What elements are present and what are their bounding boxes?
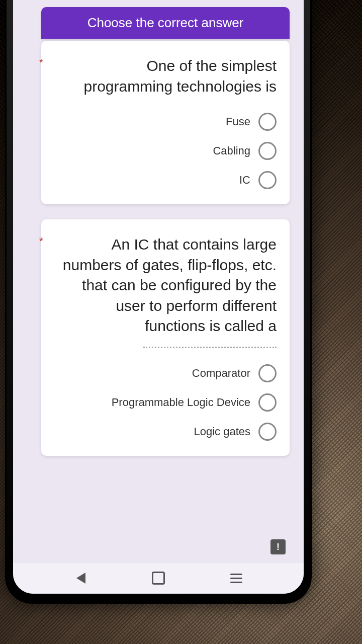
option-row[interactable]: IC <box>54 171 277 189</box>
option-label: IC <box>239 174 250 187</box>
dotted-separator <box>143 347 277 348</box>
square-home-icon <box>152 572 165 585</box>
option-label: Cabling <box>213 144 250 157</box>
nav-home-button[interactable] <box>148 568 168 588</box>
android-nav-bar <box>13 562 304 594</box>
option-label: Fuse <box>226 115 250 128</box>
question-text: One of the simplest programming technolo… <box>54 56 277 97</box>
section-header: Choose the correct answer <box>41 7 290 39</box>
required-label: *مطلوب <box>41 0 290 7</box>
question-text: An IC that contains large numbers of gat… <box>54 234 277 337</box>
required-star: * <box>39 235 43 247</box>
option-row[interactable]: Cabling <box>54 142 277 160</box>
report-problem-button[interactable]: ! <box>270 539 286 554</box>
option-row[interactable]: Fuse <box>54 113 277 131</box>
radio-icon[interactable] <box>258 364 277 382</box>
radio-icon[interactable] <box>258 423 277 441</box>
triangle-back-icon <box>76 573 85 584</box>
nav-back-button[interactable] <box>71 568 91 588</box>
question-card: * One of the simplest programming techno… <box>41 41 290 204</box>
phone-frame: *مطلوب Choose the correct answer * One o… <box>5 0 312 604</box>
option-label: Comparator <box>192 367 250 380</box>
radio-icon[interactable] <box>258 142 277 160</box>
exclamation-icon: ! <box>277 542 280 552</box>
radio-icon[interactable] <box>258 171 277 189</box>
radio-icon[interactable] <box>258 393 277 412</box>
question-card: * An IC that contains large numbers of g… <box>41 219 290 456</box>
form-content: *مطلوب Choose the correct answer * One o… <box>13 0 304 471</box>
option-row[interactable]: Programmable Logic Device <box>54 393 277 412</box>
option-label: Programmable Logic Device <box>112 396 250 409</box>
option-row[interactable]: Logic gates <box>54 423 277 441</box>
option-row[interactable]: Comparator <box>54 364 277 382</box>
radio-icon[interactable] <box>258 113 277 131</box>
required-star: * <box>39 57 43 68</box>
option-label: Logic gates <box>194 425 250 438</box>
menu-recent-icon <box>230 574 242 583</box>
nav-recent-button[interactable] <box>226 568 246 588</box>
phone-screen: *مطلوب Choose the correct answer * One o… <box>13 0 304 594</box>
